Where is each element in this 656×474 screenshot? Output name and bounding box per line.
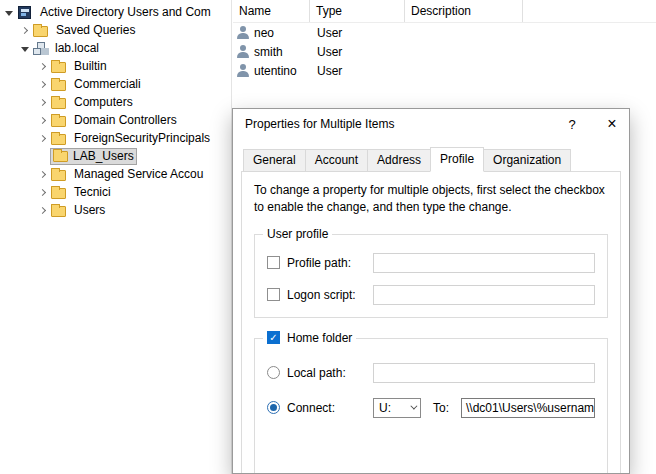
list-item[interactable]: smith User xyxy=(233,43,656,61)
user-icon xyxy=(236,45,250,59)
user-profile-group-label: User profile xyxy=(263,227,332,241)
home-folder-legend: ✓ Home folder xyxy=(263,331,356,345)
tab-strip: General Account Address Profile Organiza… xyxy=(233,139,629,172)
chevron-spacer xyxy=(36,149,50,163)
tree-item-label: Builtin xyxy=(71,58,110,74)
object-type: User xyxy=(310,26,405,40)
list-item[interactable]: utentino User xyxy=(233,62,656,80)
home-folder-group: ✓ Home folder Local path: Connect: U: To… xyxy=(254,338,608,473)
drive-letter-select[interactable]: U: xyxy=(373,398,421,418)
tree-item-label: Tecnici xyxy=(71,184,114,200)
tree-item-label: LAB_Users xyxy=(73,149,134,163)
aduc-window: Active Directory Users and Com Saved Que… xyxy=(0,0,656,474)
selected-tree-item[interactable]: LAB_Users xyxy=(50,148,137,165)
chevron-right-icon[interactable] xyxy=(36,59,50,73)
home-folder-checkbox[interactable]: ✓ xyxy=(267,331,280,344)
user-profile-group: User profile Profile path: Logon script: xyxy=(254,234,608,318)
user-icon xyxy=(236,64,250,78)
chevron-right-icon[interactable] xyxy=(36,203,50,217)
chevron-right-icon[interactable] xyxy=(36,113,50,127)
tree-item-label: Managed Service Accou xyxy=(71,166,206,182)
tree-item-computers[interactable]: Computers xyxy=(0,93,231,111)
tab-general[interactable]: General xyxy=(243,149,306,172)
chevron-down-icon xyxy=(410,403,417,410)
tree-item-users[interactable]: Users xyxy=(0,201,231,219)
profile-path-row: Profile path: xyxy=(267,253,595,273)
tab-account[interactable]: Account xyxy=(305,149,368,172)
folder-icon xyxy=(51,188,66,199)
tree-item-commerciali[interactable]: Commerciali xyxy=(0,75,231,93)
tab-profile[interactable]: Profile xyxy=(430,147,484,172)
list-item[interactable]: neo User xyxy=(233,24,656,42)
folder-icon xyxy=(53,151,68,162)
column-header-description[interactable]: Description xyxy=(405,0,523,22)
tree-item-builtin[interactable]: Builtin xyxy=(0,57,231,75)
chevron-right-icon[interactable] xyxy=(36,185,50,199)
local-path-input[interactable] xyxy=(373,363,595,383)
dialog-titlebar[interactable]: Properties for Multiple Items ? × xyxy=(233,109,629,139)
object-name: utentino xyxy=(254,64,297,78)
logon-script-label: Logon script: xyxy=(287,288,373,302)
logon-script-checkbox[interactable] xyxy=(267,288,280,301)
tree-item-saved-queries[interactable]: Saved Queries xyxy=(0,21,231,39)
tree-item-label: Active Directory Users and Com xyxy=(37,4,214,20)
local-path-radio[interactable] xyxy=(267,366,280,379)
chevron-down-icon[interactable] xyxy=(2,5,16,19)
local-path-row: Local path: xyxy=(267,363,595,383)
column-header-type[interactable]: Type xyxy=(310,0,405,22)
chevron-right-icon[interactable] xyxy=(36,77,50,91)
folder-icon xyxy=(51,116,66,127)
profile-path-checkbox[interactable] xyxy=(267,256,280,269)
chevron-right-icon[interactable] xyxy=(36,167,50,181)
list-header: Name Type Description xyxy=(233,0,656,23)
properties-dialog: Properties for Multiple Items ? × Genera… xyxy=(232,108,630,474)
tree-item-tecnici[interactable]: Tecnici xyxy=(0,183,231,201)
close-icon[interactable]: × xyxy=(595,109,629,139)
folder-icon xyxy=(51,62,66,73)
folder-icon xyxy=(51,206,66,217)
connect-radio[interactable] xyxy=(267,401,280,414)
folder-icon xyxy=(51,98,66,109)
column-header-name[interactable]: Name xyxy=(233,0,310,22)
chevron-right-icon[interactable] xyxy=(36,95,50,109)
object-name: smith xyxy=(254,45,283,59)
console-tree: Active Directory Users and Com Saved Que… xyxy=(0,0,232,474)
to-label: To: xyxy=(433,401,461,415)
tree-item-label: Saved Queries xyxy=(53,22,138,38)
chevron-down-icon[interactable] xyxy=(18,41,32,55)
object-type: User xyxy=(310,64,405,78)
tree-item-lab-users[interactable]: LAB_Users xyxy=(0,147,231,165)
logon-script-row: Logon script: xyxy=(267,285,595,305)
tree-item-label: lab.local xyxy=(52,40,102,56)
connect-row: Connect: U: To: \\dc01\Users\%username% xyxy=(267,398,595,418)
logon-script-input[interactable] xyxy=(373,285,595,305)
dialog-title: Properties for Multiple Items xyxy=(245,117,394,131)
tree-item-foreign-security-principals[interactable]: ForeignSecurityPrincipals xyxy=(0,129,231,147)
tab-organization[interactable]: Organization xyxy=(483,149,571,172)
profile-path-label: Profile path: xyxy=(287,256,373,270)
profile-tab-page: To change a property for multiple object… xyxy=(241,171,621,473)
tree-item-root[interactable]: Active Directory Users and Com xyxy=(0,3,231,21)
tree-item-domain-controllers[interactable]: Domain Controllers xyxy=(0,111,231,129)
local-path-label: Local path: xyxy=(287,366,373,380)
chevron-right-icon[interactable] xyxy=(36,131,50,145)
folder-icon xyxy=(51,80,66,91)
home-folder-label: Home folder xyxy=(287,331,352,345)
object-name: neo xyxy=(254,26,274,40)
drive-letter-value: U: xyxy=(379,401,391,415)
tree-item-label: ForeignSecurityPrincipals xyxy=(71,130,213,146)
domain-icon xyxy=(33,42,47,55)
help-icon[interactable]: ? xyxy=(555,109,589,139)
folder-icon xyxy=(51,170,66,181)
chevron-right-icon[interactable] xyxy=(18,23,32,37)
home-folder-path-input[interactable]: \\dc01\Users\%username% xyxy=(461,398,595,418)
tree-item-domain[interactable]: lab.local xyxy=(0,39,231,57)
folder-icon xyxy=(51,134,66,145)
object-type: User xyxy=(310,45,405,59)
profile-path-input[interactable] xyxy=(373,253,595,273)
connect-label: Connect: xyxy=(287,401,373,415)
tab-address[interactable]: Address xyxy=(367,149,431,172)
tree-item-managed-service-accounts[interactable]: Managed Service Accou xyxy=(0,165,231,183)
user-icon xyxy=(236,26,250,40)
tree-item-label: Domain Controllers xyxy=(71,112,180,128)
